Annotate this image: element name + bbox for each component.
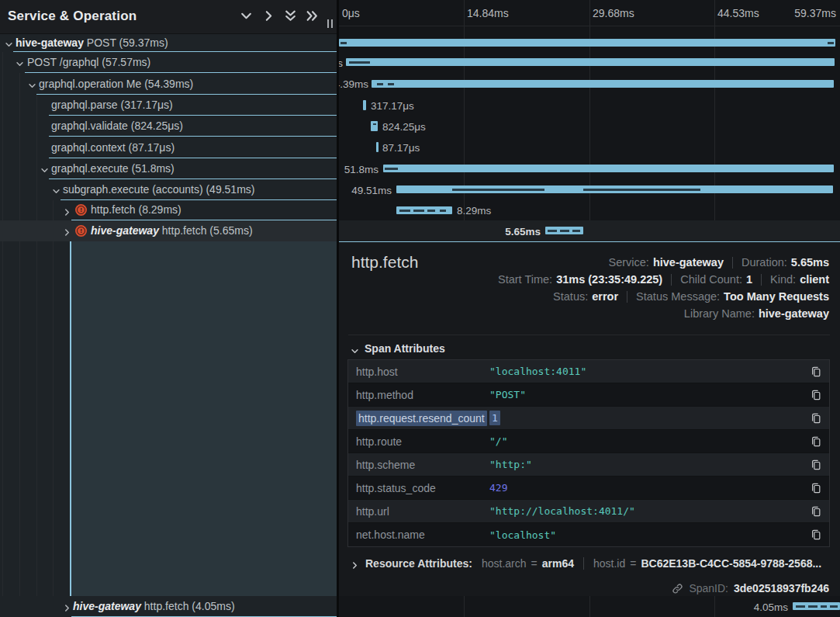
attr-key: http.method — [348, 389, 489, 401]
resource-attributes-row[interactable]: Resource Attributes: host.arch = arm64 h… — [351, 557, 821, 570]
timeline-row: 51.8ms — [339, 158, 840, 179]
tree-row[interactable]: hive-gateway POST (59.37ms) — [0, 34, 337, 52]
attr-key: http.request.resend_count — [348, 412, 489, 425]
duration-label: 5.65ms — [505, 225, 541, 237]
resource-key: host.arch — [482, 557, 527, 570]
duration-label: 317.17μs — [371, 99, 414, 111]
chevron-down-icon[interactable] — [40, 165, 49, 173]
span-attributes-header[interactable]: Span Attributes — [351, 342, 445, 355]
span-attributes-table: http.host "localhost:4011" http.method "… — [347, 359, 830, 547]
meta-label: Status Message: — [636, 290, 720, 303]
resource-key: host.id — [593, 557, 625, 570]
attr-row[interactable]: http.scheme "http:" — [348, 453, 829, 477]
chevron-down-icon — [351, 345, 359, 353]
duration-label: 87.17μs — [382, 142, 420, 154]
span-bar[interactable] — [371, 121, 378, 131]
copy-icon — [811, 529, 821, 541]
meta-label: Service: — [609, 256, 649, 269]
copy-button[interactable] — [803, 459, 829, 471]
attr-row[interactable]: http.route "/" — [348, 430, 829, 453]
copy-button[interactable] — [803, 435, 829, 448]
attr-row[interactable]: http.host "localhost:4011" — [348, 360, 829, 383]
attr-value: "localhost" — [489, 529, 803, 541]
attr-value: 1 — [489, 412, 803, 424]
span-id-row: SpanID: 3de02518937fb246 — [672, 582, 829, 594]
panel-title: Service & Operation — [8, 9, 137, 24]
tree-row[interactable]: hive-gateway http.fetch (4.05ms) — [0, 596, 337, 617]
error-icon: ! — [75, 204, 87, 216]
attr-value: "http:" — [489, 459, 803, 470]
chevron-down-icon[interactable] — [28, 80, 36, 88]
copy-button[interactable] — [803, 482, 829, 494]
operation-name: graphql.operation Me (54.39ms) — [39, 78, 193, 90]
copy-button[interactable] — [803, 366, 829, 378]
indent-guide — [53, 200, 54, 617]
copy-button[interactable] — [803, 505, 829, 518]
panel-resize-handle[interactable] — [326, 19, 335, 28]
span-bar[interactable] — [383, 165, 834, 172]
meta-label: Child Count: — [680, 273, 742, 286]
meta-label: Duration: — [741, 256, 787, 269]
attr-value: "localhost:4011" — [489, 366, 803, 377]
chevron-down-icon[interactable] — [52, 185, 60, 194]
attr-value: 429 — [489, 482, 803, 494]
timeline-row: 57.57ms — [339, 52, 840, 73]
span-bar[interactable] — [376, 142, 379, 152]
span-bar[interactable] — [396, 185, 833, 193]
span-bar[interactable] — [339, 39, 835, 47]
attr-value: "/" — [489, 435, 803, 447]
link-icon[interactable] — [672, 583, 683, 594]
copy-icon — [811, 389, 821, 401]
tick-label: 59.37ms — [794, 7, 836, 19]
chevron-right-icon[interactable] — [262, 9, 275, 23]
tree-row[interactable]: graphql.execute (51.8ms) — [0, 158, 337, 179]
chevron-down-icon[interactable] — [16, 58, 24, 67]
meta-label: Kind: — [770, 273, 796, 286]
chevron-right-icon[interactable] — [63, 206, 71, 215]
tree-row[interactable]: graphql.parse (317.17μs) — [0, 95, 337, 116]
tree-row[interactable]: graphql.validate (824.25μs) — [0, 116, 337, 137]
copy-icon — [811, 459, 821, 471]
chevron-right-icon[interactable] — [63, 227, 71, 235]
double-chevron-down-icon[interactable] — [284, 9, 297, 23]
chevron-down-icon[interactable] — [5, 39, 13, 47]
timeline-row-selected[interactable]: 5.65ms — [339, 220, 840, 241]
timeline-ruler[interactable]: 0μs 14.84ms 29.68ms 44.53ms 59.37ms — [339, 0, 840, 26]
span-bar[interactable] — [346, 58, 835, 66]
span-bar[interactable] — [545, 227, 583, 234]
tree-row[interactable]: subgraph.execute (accounts) (49.51ms) — [0, 179, 337, 200]
timeline-row: 8.29ms — [339, 200, 840, 220]
attr-row[interactable]: http.request.resend_count 1 — [348, 407, 829, 430]
tree-row[interactable]: graphql.context (87.17μs) — [0, 137, 337, 158]
copy-icon — [811, 412, 821, 425]
copy-button[interactable] — [803, 389, 829, 401]
copy-button[interactable] — [803, 529, 829, 541]
span-bar[interactable] — [363, 100, 366, 110]
chevron-right-icon[interactable] — [63, 602, 71, 611]
attr-row[interactable]: http.url "http://localhost:4011/" — [348, 500, 829, 523]
double-chevron-right-icon[interactable] — [306, 9, 319, 23]
timeline-row: 59.37ms — [339, 34, 840, 52]
chevron-down-icon[interactable] — [240, 9, 253, 23]
operation-name: http.fetch (8.29ms) — [91, 203, 181, 216]
section-title: Resource Attributes: — [365, 557, 472, 570]
attr-row[interactable]: net.host.name "localhost" — [348, 523, 829, 546]
tree-row[interactable]: ! http.fetch (8.29ms) — [0, 200, 337, 220]
span-bar[interactable] — [793, 602, 840, 610]
attr-key: http.route — [348, 435, 489, 448]
span-bar[interactable] — [396, 206, 452, 214]
meta-value: error — [592, 290, 618, 303]
attr-row[interactable]: http.method "POST" — [348, 383, 829, 407]
section-title: Span Attributes — [365, 342, 445, 355]
tree-row-selected[interactable]: ! hive-gateway http.fetch (5.65ms) — [0, 220, 337, 241]
span-bar[interactable] — [372, 80, 834, 88]
operation-name: graphql.context (87.17μs) — [51, 141, 175, 154]
tree-row[interactable]: graphql.operation Me (54.39ms) — [0, 73, 337, 95]
copy-button[interactable] — [803, 412, 829, 425]
attr-key: http.url — [348, 505, 489, 518]
timeline-row: 824.25μs — [339, 116, 840, 137]
attr-row[interactable]: http.status_code 429 — [348, 477, 829, 500]
tree-row[interactable]: POST /graphql (57.57ms) — [0, 52, 337, 73]
service-name: hive-gateway — [73, 600, 141, 612]
attr-value: "http://localhost:4011/" — [489, 505, 803, 517]
